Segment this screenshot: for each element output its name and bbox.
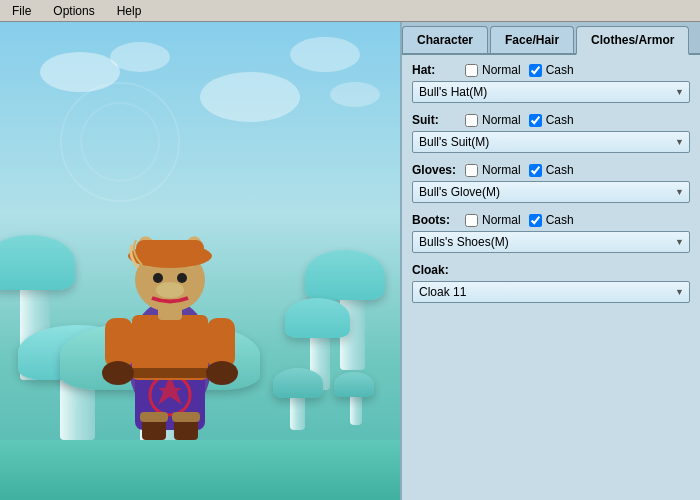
gloves-row: Gloves: Normal Cash Bull's Glove(M) [412, 163, 690, 203]
suit-normal-group: Normal [465, 113, 521, 127]
boots-label: Boots: [412, 213, 457, 227]
suit-dropdown-wrapper: Bull's Suit(M) [412, 131, 690, 153]
boots-cash-group: Cash [529, 213, 574, 227]
gloves-dropdown-wrapper: Bull's Glove(M) [412, 181, 690, 203]
cloak-dropdown-wrapper: Cloak 11 [412, 281, 690, 303]
hat-dropdown-wrapper: Bull's Hat(M) [412, 81, 690, 103]
boots-normal-group: Normal [465, 213, 521, 227]
cloak-row: Cloak: Cloak 11 [412, 263, 690, 303]
gloves-dropdown[interactable]: Bull's Glove(M) [412, 181, 690, 203]
svg-rect-5 [105, 318, 133, 368]
hat-normal-group: Normal [465, 63, 521, 77]
suit-label: Suit: [412, 113, 457, 127]
suit-normal-label: Normal [482, 113, 521, 127]
gloves-normal-checkbox[interactable] [465, 164, 478, 177]
boots-dropdown[interactable]: Bulls's Shoes(M) [412, 231, 690, 253]
suit-row: Suit: Normal Cash Bull's Suit(M) [412, 113, 690, 153]
boots-header: Boots: Normal Cash [412, 213, 690, 227]
hat-label: Hat: [412, 63, 457, 77]
hat-dropdown[interactable]: Bull's Hat(M) [412, 81, 690, 103]
tab-facehair[interactable]: Face/Hair [490, 26, 574, 53]
boots-cash-label: Cash [546, 213, 574, 227]
svg-point-22 [156, 282, 184, 298]
boots-row: Boots: Normal Cash Bulls's Shoes(M) [412, 213, 690, 253]
svg-rect-4 [132, 368, 208, 378]
suit-header: Suit: Normal Cash [412, 113, 690, 127]
svg-rect-6 [207, 318, 235, 368]
boots-dropdown-wrapper: Bulls's Shoes(M) [412, 231, 690, 253]
svg-point-19 [153, 273, 163, 283]
hat-cash-group: Cash [529, 63, 574, 77]
right-panel: Character Face/Hair Clothes/Armor Hat: N… [400, 22, 700, 500]
gloves-cash-label: Cash [546, 163, 574, 177]
hat-cash-label: Cash [546, 63, 574, 77]
gloves-normal-group: Normal [465, 163, 521, 177]
hat-header: Hat: Normal Cash [412, 63, 690, 77]
svg-point-7 [102, 361, 134, 385]
gloves-cash-group: Cash [529, 163, 574, 177]
gloves-cash-checkbox[interactable] [529, 164, 542, 177]
main-layout: Character Face/Hair Clothes/Armor Hat: N… [0, 22, 700, 500]
tab-clothes[interactable]: Clothes/Armor [576, 26, 689, 55]
suit-dropdown[interactable]: Bull's Suit(M) [412, 131, 690, 153]
cloak-header: Cloak: [412, 263, 690, 277]
gloves-label: Gloves: [412, 163, 457, 177]
hat-row: Hat: Normal Cash Bull's Hat(M) [412, 63, 690, 103]
boots-cash-checkbox[interactable] [529, 214, 542, 227]
tab-character[interactable]: Character [402, 26, 488, 53]
boots-normal-checkbox[interactable] [465, 214, 478, 227]
hat-normal-checkbox[interactable] [465, 64, 478, 77]
svg-point-8 [206, 361, 238, 385]
gloves-header: Gloves: Normal Cash [412, 163, 690, 177]
boots-normal-label: Normal [482, 213, 521, 227]
menubar: File Options Help [0, 0, 700, 22]
suit-cash-checkbox[interactable] [529, 114, 542, 127]
hat-normal-label: Normal [482, 63, 521, 77]
character-figure [80, 160, 260, 440]
cloak-dropdown[interactable]: Cloak 11 [412, 281, 690, 303]
gloves-normal-label: Normal [482, 163, 521, 177]
suit-normal-checkbox[interactable] [465, 114, 478, 127]
suit-cash-group: Cash [529, 113, 574, 127]
panel-content: Hat: Normal Cash Bull's Hat(M) [402, 55, 700, 500]
svg-point-20 [177, 273, 187, 283]
suit-cash-label: Cash [546, 113, 574, 127]
svg-rect-11 [140, 412, 168, 422]
hat-cash-checkbox[interactable] [529, 64, 542, 77]
menu-help[interactable]: Help [111, 2, 148, 20]
scene-panel [0, 22, 400, 500]
svg-rect-12 [172, 412, 200, 422]
cloak-label: Cloak: [412, 263, 457, 277]
svg-rect-18 [136, 240, 204, 260]
tab-bar: Character Face/Hair Clothes/Armor [402, 22, 700, 55]
menu-options[interactable]: Options [47, 2, 100, 20]
menu-file[interactable]: File [6, 2, 37, 20]
